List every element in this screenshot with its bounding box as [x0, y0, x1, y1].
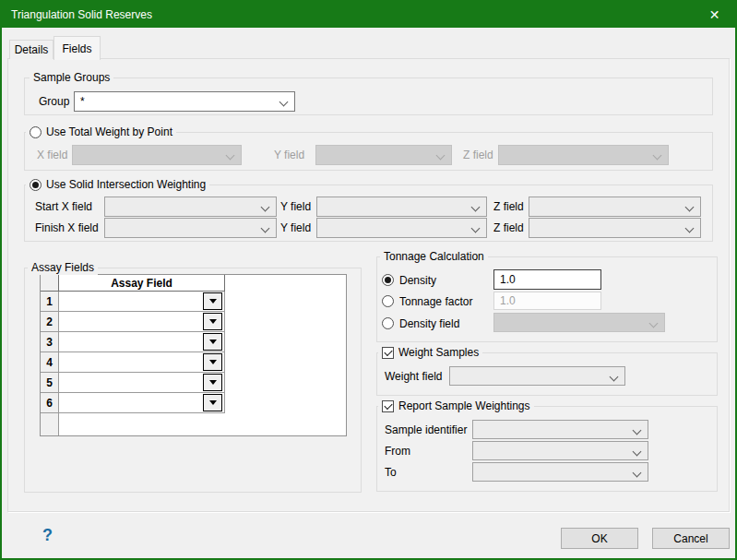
z-field-combobox: [498, 145, 669, 165]
assay-field-cell-5[interactable]: [59, 373, 225, 393]
assay-field-dropdown-3[interactable]: [203, 333, 222, 351]
start-z-field-label: Z field: [493, 197, 524, 217]
triangle-down-icon: [209, 380, 217, 385]
triangle-down-icon: [209, 299, 217, 304]
weight-samples-legend-text: Weight Samples: [398, 346, 479, 359]
chevron-down-icon: [471, 224, 481, 233]
group-label: Group: [39, 91, 69, 112]
tonnage-legend-text: Tonnage Calculation: [384, 250, 484, 263]
tonnage-factor-radio[interactable]: [382, 295, 394, 307]
density-radio-row: Density: [382, 270, 436, 290]
row-header-5: 5: [41, 373, 59, 393]
window-title: Triangulation Solid Reserves: [11, 8, 152, 21]
assay-field-cell-3[interactable]: [59, 332, 225, 352]
tab-fields-label: Fields: [62, 42, 91, 55]
density-field-radio-row: Density field: [382, 314, 459, 333]
density-input[interactable]: 1.0: [493, 269, 601, 290]
use-total-weight-radio[interactable]: [30, 126, 42, 138]
to-combobox[interactable]: [472, 462, 648, 482]
density-radio[interactable]: [382, 274, 394, 286]
total-weight-legend-text: Use Total Weight by Point: [46, 125, 172, 138]
row-header-1: 1: [41, 292, 59, 312]
chevron-down-icon: [633, 447, 642, 457]
chevron-down-icon: [279, 98, 289, 107]
report-weightings-legend: Report Sample Weightings: [378, 399, 534, 413]
row-header-6: 6: [41, 393, 59, 413]
tonnage-factor-value: 1.0: [500, 294, 516, 307]
help-button[interactable]: ?: [42, 526, 53, 545]
chevron-down-icon: [436, 151, 446, 161]
density-label: Density: [399, 274, 436, 287]
to-label: To: [385, 462, 397, 482]
finish-z-field-combobox[interactable]: [529, 218, 701, 238]
chevron-down-icon: [610, 373, 619, 382]
report-weightings-legend-text: Report Sample Weightings: [398, 399, 530, 412]
sample-identifier-label: Sample identifier: [385, 420, 467, 439]
help-icon: ?: [42, 526, 53, 544]
tonnage-factor-label: Tonnage factor: [399, 295, 472, 308]
chevron-down-icon: [633, 469, 642, 478]
y-field-combobox: [315, 145, 452, 165]
assay-fields-legend-text: Assay Fields: [31, 261, 94, 274]
group-combobox-value: *: [80, 95, 85, 108]
triangle-down-icon: [209, 400, 217, 405]
use-solid-intersection-radio[interactable]: [30, 179, 42, 191]
table-corner-cell: [41, 275, 59, 292]
assay-field-cell-4[interactable]: [59, 352, 225, 373]
assay-field-dropdown-6[interactable]: [203, 394, 222, 411]
tab-fields[interactable]: Fields: [53, 36, 101, 60]
assay-field-dropdown-5[interactable]: [203, 374, 222, 391]
chevron-down-icon: [685, 224, 695, 233]
finish-x-field-label: Finish X field: [35, 218, 99, 238]
title-bar: Triangulation Solid Reserves: [2, 2, 735, 28]
ok-button[interactable]: OK: [561, 528, 638, 549]
assay-field-dropdown-1[interactable]: [203, 292, 222, 310]
start-x-field-label: Start X field: [35, 197, 92, 217]
cancel-button[interactable]: Cancel: [652, 528, 730, 549]
report-weightings-checkbox[interactable]: [382, 400, 394, 412]
chevron-down-icon: [471, 203, 481, 212]
total-weight-legend: Use Total Weight by Point: [26, 125, 176, 139]
tab-details[interactable]: Details: [9, 40, 53, 59]
chevron-down-icon: [649, 319, 659, 328]
close-button[interactable]: ✕: [694, 2, 735, 28]
group-combobox[interactable]: *: [74, 91, 295, 112]
start-y-field-combobox[interactable]: [316, 197, 487, 217]
density-value: 1.0: [500, 273, 516, 286]
row-header-4: 4: [41, 352, 59, 373]
chevron-down-icon: [633, 426, 642, 435]
table-column-header: Assay Field: [59, 275, 225, 292]
from-combobox[interactable]: [472, 441, 648, 460]
weight-samples-checkbox[interactable]: [382, 347, 394, 359]
assay-field-cell-2[interactable]: [59, 312, 225, 332]
row-header-2: 2: [41, 312, 59, 332]
sample-identifier-combobox[interactable]: [472, 420, 648, 439]
y-field-label: Y field: [274, 145, 304, 165]
finish-x-field-combobox[interactable]: [104, 218, 277, 238]
start-z-field-combobox[interactable]: [529, 197, 701, 217]
density-field-combobox: [493, 313, 665, 332]
assay-fields-legend: Assay Fields: [28, 260, 98, 275]
z-field-label: Z field: [463, 145, 493, 165]
solid-intersection-legend: Use Solid Intersection Weighting: [26, 177, 209, 192]
assay-field-dropdown-2[interactable]: [203, 313, 222, 330]
finish-y-field-combobox[interactable]: [316, 218, 487, 238]
sample-groups-legend: Sample Groups: [30, 70, 113, 85]
tonnage-factor-radio-row: Tonnage factor: [382, 292, 472, 311]
start-x-field-combobox[interactable]: [104, 197, 277, 217]
tonnage-factor-input: 1.0: [493, 292, 601, 310]
weight-field-combobox[interactable]: [449, 366, 625, 386]
from-label: From: [385, 441, 410, 460]
assay-fields-table: Assay Field 1 2 3 4 5 6: [40, 274, 347, 436]
assay-field-dropdown-4[interactable]: [203, 353, 222, 371]
triangle-down-icon: [209, 340, 217, 344]
start-y-field-label: Y field: [280, 197, 311, 217]
row-header-3: 3: [41, 332, 59, 352]
close-icon: ✕: [709, 7, 720, 22]
assay-field-cell-1[interactable]: [59, 292, 225, 312]
triangle-down-icon: [209, 360, 217, 364]
finish-z-field-label: Z field: [493, 218, 524, 238]
row-header-stub: [41, 413, 59, 435]
density-field-radio[interactable]: [382, 317, 394, 329]
assay-field-cell-6[interactable]: [59, 393, 225, 413]
